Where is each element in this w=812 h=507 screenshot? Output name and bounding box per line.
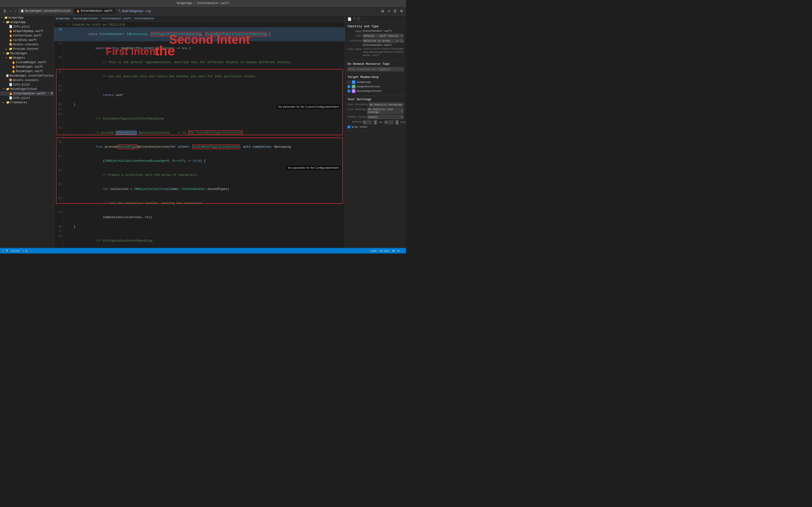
sidebar-item-demowidget[interactable]: 🔥 DemoWidget.swift xyxy=(0,64,54,69)
back-btn[interactable]: ‹ xyxy=(9,8,13,14)
sidebar-label-intentdef: MainWidget.intentdefinition xyxy=(10,74,54,77)
forward-btn[interactable]: › xyxy=(14,8,18,14)
line-endings-label: Line Endings xyxy=(348,108,366,111)
sidebar-item-customwidget[interactable]: 🔥 CustomWidget.swift xyxy=(0,60,54,64)
sidebar-item-widgetapp-root[interactable]: ▼ 📁 WidgetApp xyxy=(0,15,54,20)
membership-label-extension: WidgetExtension xyxy=(357,85,380,88)
membership-row-mainwidget: ✓ M MainWidgetIntent xyxy=(348,89,404,93)
indent-using-dropdown[interactable]: Spaces ▾ xyxy=(367,115,404,119)
layout-btn-4[interactable]: ⧉ xyxy=(399,8,404,14)
breadcrumb-item-3[interactable]: IntentHandler.swift xyxy=(101,17,131,20)
text-encoding-dropdown[interactable]: No Explicit Encoding ▾ xyxy=(369,103,404,107)
type-dropdown[interactable]: Default - Swift Source ▾ xyxy=(362,34,404,38)
layout-btn-1[interactable]: ⊞ xyxy=(380,8,386,14)
widths-label: Widths xyxy=(348,120,362,123)
plist-icon: 📄 xyxy=(9,25,13,29)
status-filter-icon: 🔍 xyxy=(6,249,9,252)
tab-width-input[interactable] xyxy=(362,120,372,124)
sidebar-item-assets2[interactable]: 🎨 Assets.xcassets xyxy=(0,78,54,82)
sidebar-toggle-btn[interactable]: ☰ xyxy=(2,8,8,14)
status-right: Line: 10 Col: 99 ⊕ xyxy=(370,249,404,252)
code-line-28: 28 /// ConfigurationIntentHandling xyxy=(54,234,345,248)
plist-icon: 📄 xyxy=(9,96,13,100)
filter-text: Filter xyxy=(11,249,20,252)
intentdef-tab-icon: 📋 xyxy=(21,9,24,12)
layout-btn-3[interactable]: ☰ xyxy=(392,8,398,14)
sidebar-item-mainwidgetintent[interactable]: ▼ 📂 MainWidgetIntent xyxy=(0,87,54,91)
line-col-position: Line: 10 Col: 99 xyxy=(370,249,395,252)
tab-intentdefinition[interactable]: 📋 MainWidget.intentdefinition xyxy=(18,8,73,14)
membership-row-widgetapp: W WidgetApp xyxy=(348,80,404,84)
sidebar-item-widgets[interactable]: ▼ 📂 Widgets xyxy=(0,56,54,60)
config-box-1: ConfigurationIntentHandling xyxy=(151,32,202,36)
location-dropdown[interactable]: Relative to Group ▾ xyxy=(362,39,399,43)
code-line-24: 24 // Call the completion handler, passi… xyxy=(54,196,345,210)
fullpath-reveal-btn[interactable]: → xyxy=(381,54,384,57)
layout-btn-2[interactable]: ≡ xyxy=(387,8,391,14)
line-endings-arrow: ▾ xyxy=(401,109,402,112)
identity-and-type-section: Identity and Type Name IntentHandler.swi… xyxy=(345,23,406,60)
title-bar-text: WidgetApp — IntentHandler.swift xyxy=(2,2,404,5)
sidebar-item-assets1[interactable]: 🎨 Assets.xcassets xyxy=(0,42,54,47)
wrap-lines-cb[interactable]: ✓ xyxy=(348,125,350,128)
breadcrumb-item-2[interactable]: MainWidgetIntent xyxy=(73,17,98,20)
indent-width-input[interactable] xyxy=(384,120,394,124)
line-endings-row: Line Endings No Explicit Line Endings ▾ xyxy=(348,108,404,114)
fullpath-value: /Users/tao/Projects/iOS/WidgetApp/MainWi… xyxy=(362,47,404,57)
file-inspector-icon[interactable]: 📄 xyxy=(348,17,352,21)
line-endings-dropdown[interactable]: No Explicit Line Endings ▾ xyxy=(367,108,404,114)
sidebar-item-infoplist2[interactable]: 📄 Info.plist xyxy=(0,82,54,87)
sidebar-label-intenthandler: IntentHandler.swift xyxy=(13,92,45,95)
indent-stepper-up[interactable]: ▲ xyxy=(395,120,399,122)
sidebar-item-intenthandler[interactable]: 🔥 IntentHandler.swift M xyxy=(0,91,54,96)
info-icon[interactable]: ⓘ xyxy=(357,17,360,21)
tab-stepper-up[interactable]: ▲ xyxy=(374,120,377,122)
name-value: IntentHandler.swift xyxy=(362,30,404,33)
build-log-btn[interactable]: 🔨 Build WidgetApp – Log xyxy=(116,8,153,14)
sidebar-label-demowidget: DemoWidget.swift xyxy=(16,65,43,68)
xcassets-icon: 🎨 xyxy=(9,43,13,46)
membership-label-widgetapp: WidgetApp xyxy=(357,81,371,83)
on-demand-title: On Demand Resource Tags xyxy=(348,62,404,66)
indent-stepper-down[interactable]: ▼ xyxy=(395,122,399,125)
tab-stepper-down[interactable]: ▼ xyxy=(374,122,377,125)
membership-cb-widgetapp[interactable] xyxy=(348,81,350,83)
sidebar-item-infoplist3[interactable]: 📄 Info.plist xyxy=(0,96,54,100)
arrow-icon: ▼ xyxy=(3,88,6,91)
breadcrumb-item-4[interactable]: IntentHandler xyxy=(135,17,155,20)
code-editor[interactable]: Second Intent First Intent the the param… xyxy=(54,21,345,248)
sidebar-item-infoplist1[interactable]: 📄 Info.plist xyxy=(0,24,54,29)
add-btn[interactable]: + xyxy=(2,249,4,252)
folder-icon: 📂 xyxy=(6,20,10,24)
on-demand-input[interactable]: Only resources are taggable xyxy=(348,67,404,71)
help-icon[interactable]: ? xyxy=(353,17,355,21)
code-content: Second Intent First Intent the the param… xyxy=(54,22,345,248)
folder-icon: 📁 xyxy=(9,47,13,51)
sidebar-item-widgetappapp[interactable]: 🔥 WidgetAppApp.swift xyxy=(0,29,54,33)
sidebar-item-mainwidget[interactable]: ▼ 📂 MainWidget xyxy=(0,51,54,56)
arrow-icon: ▼ xyxy=(1,16,4,19)
code-line-21: 21 (INObjectCollection<SecondExchange>?,… xyxy=(54,154,345,168)
filename-label xyxy=(348,44,362,44)
sidebar-item-contentview[interactable]: 🔥 ContentView.swift xyxy=(0,33,54,38)
sidebar-item-widgetapp-folder[interactable]: ▼ 📂 WidgetApp xyxy=(0,20,54,24)
sidebar-item-cardview[interactable]: 🔥 CardView.swift xyxy=(0,38,54,42)
sidebar-item-intentdef[interactable]: 📋 MainWidget.intentdefinition M xyxy=(0,73,54,78)
tab-stepper: ▲ ▼ xyxy=(374,120,377,125)
sidebar-item-mainwidget-swift[interactable]: 🔥 MainWidget.swift xyxy=(0,69,54,73)
sidebar-item-frameworks[interactable]: ▶ 📁 Frameworks xyxy=(0,100,54,105)
extension-icon: E xyxy=(352,85,355,89)
sidebar-label-widgetapp-root: WidgetApp xyxy=(8,16,24,19)
sidebar-label-infoplist3: Info.plist xyxy=(13,97,30,100)
membership-cb-mainwidget[interactable]: ✓ xyxy=(348,90,350,93)
custom-config-intent-box: CustomConfigurationIntent xyxy=(192,145,240,149)
membership-cb-extension[interactable]: ✓ xyxy=(348,85,350,88)
sidebar-label-customwidget: CustomWidget.swift xyxy=(16,61,47,64)
status-error-icon: ⊗ xyxy=(26,249,27,252)
indent-using-value: Spaces xyxy=(368,116,377,119)
location-browse-btn[interactable]: ... xyxy=(399,39,404,43)
location-row: Location Relative to Group ▾ ... xyxy=(348,39,404,43)
breadcrumb-item-1[interactable]: WidgetApp xyxy=(56,17,70,20)
tab-intenthandler[interactable]: 🔥 IntentHandler.swift xyxy=(74,8,115,14)
sidebar-item-preview[interactable]: ▶ 📁 Preview Content xyxy=(0,47,54,51)
